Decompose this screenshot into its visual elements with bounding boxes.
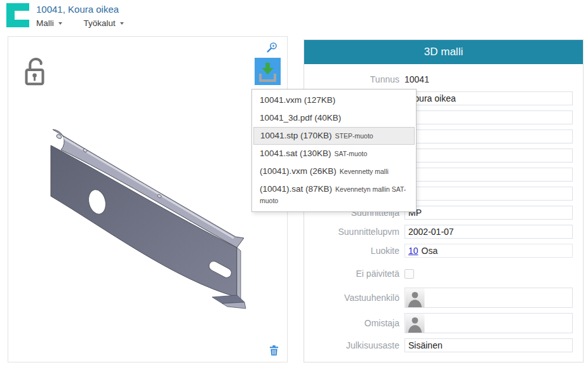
chevron-down-icon <box>120 22 124 25</box>
download-option-vxm-light[interactable]: (10041).vxm (26KB)Kevennetty malli <box>252 163 416 180</box>
field-input-3[interactable] <box>404 149 573 163</box>
page-title: 10041, Koura oikea <box>36 4 119 15</box>
suunnittelupvm-input[interactable] <box>404 225 573 239</box>
3d-model-canvas[interactable] <box>8 37 288 363</box>
download-menu: 10041.vxm (127KB) 10041_3d.pdf (40KB) 10… <box>251 89 417 212</box>
download-option-sat-light[interactable]: (10041).sat (87KB)Kevennetyn mallin SAT-… <box>252 180 416 209</box>
menu-tyokalut[interactable]: Työkalut <box>84 18 124 28</box>
panel-title: 3D malli <box>304 40 583 64</box>
field-row-omistaja: Omistaja <box>304 313 583 333</box>
field-row-tunnus: Tunnus 10041 <box>304 74 583 84</box>
model-right-edge <box>237 248 241 300</box>
vastuuhenkilo-input[interactable] <box>425 288 572 307</box>
menubar: Malli Työkalut <box>36 18 143 28</box>
field-input-1[interactable] <box>404 110 573 124</box>
field-input-2[interactable] <box>404 130 573 143</box>
omistaja-field <box>404 313 573 333</box>
field-row-ei-paiviteta: Ei päivitetä <box>304 269 583 279</box>
download-icon <box>255 58 281 85</box>
person-avatar-icon <box>405 288 425 307</box>
model-bottom-flange-light <box>222 302 246 309</box>
luokite-value: Osa <box>422 246 438 256</box>
download-option-vxm[interactable]: 10041.vxm (127KB) <box>252 91 416 109</box>
download-option-pdf[interactable]: 10041_3d.pdf (40KB) <box>252 109 416 127</box>
download-button[interactable] <box>255 58 281 85</box>
person-avatar-icon <box>405 314 425 333</box>
chevron-down-icon <box>58 22 62 25</box>
model-viewer-panel[interactable] <box>8 36 288 362</box>
download-option-sat[interactable]: 10041.sat (130KB)SAT-muoto <box>252 145 416 163</box>
delete-icon[interactable] <box>269 345 279 356</box>
nimi-input[interactable] <box>404 91 573 105</box>
field-input-5[interactable] <box>404 187 573 201</box>
field-row-vastuuhenkilo: Vastuuhenkilö <box>304 288 583 308</box>
vastuuhenkilo-field <box>404 288 573 308</box>
download-option-stp[interactable]: 10041.stp (170KB)STEP-muoto <box>253 127 415 145</box>
zoom-in-icon[interactable] <box>267 42 277 53</box>
field-row-luokite: Luokite 10 Osa <box>304 244 583 258</box>
unlock-icon[interactable] <box>21 55 49 87</box>
ei-paiviteta-checkbox[interactable] <box>404 269 414 279</box>
julkisuusaste-input[interactable] <box>404 338 573 352</box>
field-row-julkisuusaste: Julkisuusaste <box>304 338 583 352</box>
suunnittelija-input[interactable] <box>404 206 573 220</box>
app-logo <box>6 3 29 27</box>
omistaja-input[interactable] <box>425 314 572 333</box>
menu-malli[interactable]: Malli <box>36 18 62 28</box>
field-input-4[interactable] <box>404 168 573 182</box>
luokite-link[interactable]: 10 <box>408 246 418 256</box>
tunnus-value: 10041 <box>404 74 429 84</box>
field-row-suunnittelupvm: Suunnittelupvm <box>304 225 583 239</box>
luokite-field: 10 Osa <box>404 244 573 258</box>
